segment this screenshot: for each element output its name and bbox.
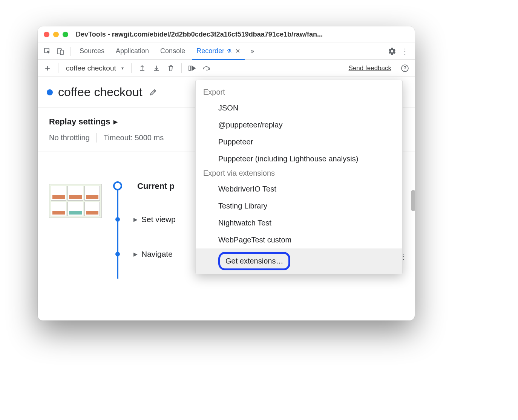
panel-tabs: Sources Application Console Recorder ⚗ ✕… [38, 43, 415, 60]
timeline-node[interactable] [113, 181, 122, 190]
chevron-down-icon: ▾ [121, 66, 124, 71]
export-option-puppeteer[interactable]: Puppeteer [196, 133, 402, 150]
throttling-value: No throttling [49, 133, 90, 142]
tab-application[interactable]: Application [111, 43, 153, 60]
recording-select[interactable]: coffee checkout ▾ [64, 64, 126, 72]
settings-icon[interactable] [387, 46, 397, 57]
recording-title: coffee checkout [58, 85, 143, 99]
export-option-webdriverio[interactable]: WebdriverIO Test [196, 181, 402, 198]
recording-indicator-icon [47, 89, 53, 95]
flask-icon: ⚗ [227, 48, 231, 55]
minimize-window-icon[interactable] [53, 32, 59, 37]
export-option-testing-library[interactable]: Testing Library [196, 198, 402, 215]
devtools-window: DevTools - rawgit.com/ebidel/2d2bb0cdec3… [38, 26, 415, 320]
export-option-puppeteer-lighthouse[interactable]: Puppeteer (including Lighthouse analysis… [196, 150, 402, 167]
timeline-node[interactable] [115, 252, 120, 256]
help-icon[interactable] [400, 63, 410, 74]
send-feedback-link[interactable]: Send feedback [349, 64, 391, 72]
window-title: DevTools - rawgit.com/ebidel/2d2bb0cdec3… [76, 31, 409, 38]
import-icon[interactable] [151, 63, 162, 74]
export-menu: Export JSON @puppeteer/replay Puppeteer … [195, 80, 403, 274]
delete-icon[interactable] [166, 63, 176, 74]
export-get-extensions[interactable]: Get extensions… [196, 248, 402, 274]
svg-rect-2 [60, 50, 63, 55]
inspect-element-icon[interactable] [42, 46, 53, 57]
chevron-right-icon: ▶ [133, 216, 138, 222]
export-extensions-group-label: Export via extensions [196, 167, 402, 181]
timeline-node[interactable] [115, 217, 120, 222]
new-recording-icon[interactable]: + [42, 63, 53, 74]
step-navigate[interactable]: ▶ Navigate [133, 250, 173, 259]
scrollbar-thumb[interactable] [411, 190, 415, 211]
recorder-toolbar: + coffee checkout ▾ Send feedback [38, 60, 415, 77]
timeout-value: Timeout: 5000 ms [104, 133, 164, 142]
tab-console[interactable]: Console [156, 43, 190, 60]
svg-point-6 [405, 70, 405, 71]
titlebar: DevTools - rawgit.com/ebidel/2d2bb0cdec3… [38, 26, 415, 43]
device-toolbar-icon[interactable] [55, 46, 66, 57]
export-option-nightwatch[interactable]: Nightwatch Test [196, 215, 402, 231]
step-set-viewport[interactable]: ▶ Set viewp [133, 215, 176, 224]
svg-rect-3 [189, 66, 190, 71]
export-group-label: Export [196, 86, 402, 100]
export-option-webpagetest[interactable]: WebPageTest custom [196, 231, 402, 248]
step-over-icon[interactable] [201, 63, 212, 74]
close-tab-icon[interactable]: ✕ [235, 48, 240, 55]
chevron-right-icon: ▶ [133, 251, 138, 257]
more-tabs-icon[interactable]: » [247, 46, 257, 57]
window-controls [44, 32, 68, 37]
timeline-track [117, 184, 118, 279]
page-thumbnail [49, 184, 102, 218]
export-icon[interactable] [137, 63, 147, 74]
export-option-puppeteer-replay[interactable]: @puppeteer/replay [196, 116, 402, 133]
step-current-page[interactable]: Current p [133, 181, 175, 191]
tab-sources[interactable]: Sources [75, 43, 109, 60]
close-window-icon[interactable] [44, 32, 49, 37]
chevron-right-icon: ▶ [113, 119, 118, 125]
svg-point-4 [206, 69, 207, 71]
kebab-menu-icon[interactable]: ⋮ [400, 46, 410, 57]
zoom-window-icon[interactable] [63, 32, 68, 37]
tab-recorder[interactable]: Recorder ⚗ ✕ [192, 43, 245, 60]
replay-step-icon[interactable] [187, 63, 198, 74]
export-option-json[interactable]: JSON [196, 100, 402, 116]
edit-title-icon[interactable] [148, 87, 158, 98]
